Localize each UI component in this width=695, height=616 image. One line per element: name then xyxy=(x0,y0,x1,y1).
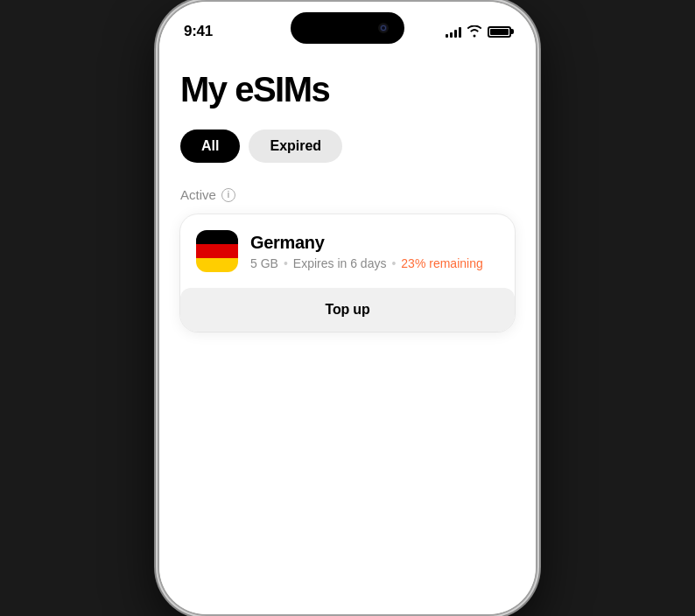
battery-fill xyxy=(490,29,509,35)
tab-expired[interactable]: Expired xyxy=(249,130,342,163)
signal-bar-1 xyxy=(446,34,448,38)
tab-all[interactable]: All xyxy=(180,130,240,163)
camera-indicator xyxy=(378,23,389,33)
esim-data-amount: 5 GB xyxy=(250,256,278,270)
meta-separator-1: • xyxy=(284,256,288,270)
flag-stripe-black xyxy=(196,230,238,244)
phone-frame: 9:41 xyxy=(159,2,536,614)
battery-icon xyxy=(488,26,511,38)
flag-stripe-gold xyxy=(196,258,238,272)
esim-card-header: Germany 5 GB • Expires in 6 days • 23% r… xyxy=(196,230,499,272)
status-icons xyxy=(446,25,511,38)
main-content: My eSIMs All Expired Active i xyxy=(159,49,536,332)
topup-button[interactable]: Top up xyxy=(180,288,515,332)
flag-stripe-red xyxy=(196,244,238,258)
section-header-active: Active i xyxy=(180,187,515,202)
section-label-active: Active xyxy=(180,187,216,202)
status-time: 9:41 xyxy=(184,23,213,40)
phone-screen: 9:41 xyxy=(159,2,536,614)
esim-info: Germany 5 GB • Expires in 6 days • 23% r… xyxy=(250,233,499,270)
esim-country-name: Germany xyxy=(250,233,499,253)
esim-remaining-label: 23% remaining xyxy=(401,256,482,270)
page-title: My eSIMs xyxy=(180,70,515,108)
esim-card-germany[interactable]: Germany 5 GB • Expires in 6 days • 23% r… xyxy=(180,214,515,332)
wifi-icon xyxy=(467,25,482,38)
signal-icon xyxy=(446,25,461,38)
status-bar: 9:41 xyxy=(159,2,536,49)
esim-meta: 5 GB • Expires in 6 days • 23% remaining xyxy=(250,256,499,270)
dynamic-island xyxy=(291,12,404,44)
meta-separator-2: • xyxy=(391,256,396,270)
signal-bar-4 xyxy=(459,27,461,38)
esim-expires-label: Expires in 6 days xyxy=(293,256,387,270)
signal-bar-2 xyxy=(450,32,453,38)
info-icon[interactable]: i xyxy=(221,188,235,202)
filter-tabs: All Expired xyxy=(180,130,515,163)
signal-bar-3 xyxy=(454,30,457,38)
germany-flag-icon xyxy=(196,230,238,272)
